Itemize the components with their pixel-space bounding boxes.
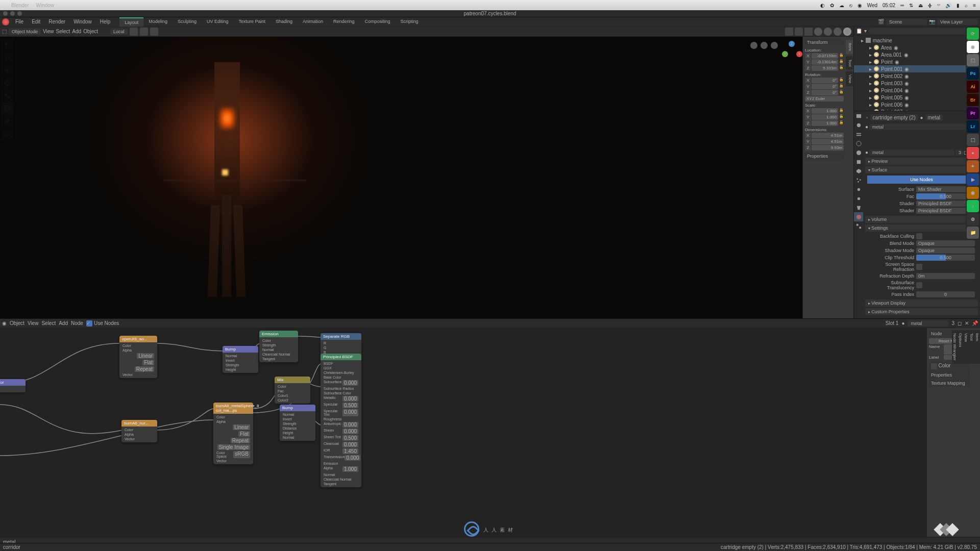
scale-z[interactable]: 1.000 xyxy=(812,120,838,126)
node-vector[interactable]: Vector ... xyxy=(0,379,26,392)
maximize-button[interactable] xyxy=(17,11,22,16)
app-icon[interactable]: ⬚ xyxy=(967,134,979,146)
node-principled-bsdf[interactable]: Principled BSDF BSDF GGX Christensen-Bur… xyxy=(321,354,361,487)
tab-constraint[interactable] xyxy=(854,194,863,203)
render-menu[interactable]: Render xyxy=(44,19,69,24)
use-nodes-toggle[interactable]: ✓Use Nodes xyxy=(86,320,119,327)
app-icon[interactable]: ▶ xyxy=(967,173,979,186)
app-name[interactable]: Blender xyxy=(11,3,29,8)
scale-y[interactable]: 1.000 xyxy=(812,114,838,120)
outliner-row[interactable]: ▸Point.003◉👁📷 xyxy=(854,80,980,87)
bridge-icon[interactable]: Br xyxy=(967,94,979,106)
node-bump-2[interactable]: Bump Normal Invert Strength Distance Hei… xyxy=(280,405,315,441)
properties-header[interactable]: Properties xyxy=(805,153,844,160)
tab-material[interactable] xyxy=(854,212,863,221)
tab-output[interactable] xyxy=(854,120,863,130)
viewlayer-icon[interactable]: 📷 xyxy=(929,19,935,25)
app-icon[interactable]: ⟳ xyxy=(967,28,979,40)
status-icon[interactable]: ᚖ xyxy=(928,3,932,8)
n-tab-item[interactable]: Item xyxy=(846,40,853,54)
tab-shading[interactable]: Shading xyxy=(271,17,298,27)
node-image-texture-3[interactable]: burnA6_metalSphere_8 col_ma...ps Color A… xyxy=(213,403,253,464)
tab-physics[interactable] xyxy=(854,185,863,194)
status-icon[interactable]: ◐ xyxy=(820,3,825,8)
viewport-3d[interactable] xyxy=(0,37,853,318)
axis-z[interactable]: Z xyxy=(789,41,795,47)
tab-compositing[interactable]: Compositing xyxy=(360,17,396,27)
material-name-field[interactable]: metal xyxy=(869,124,978,130)
tab-texpaint[interactable]: Texture Paint xyxy=(233,17,271,27)
shade-rendered-icon[interactable] xyxy=(843,28,851,36)
ssr-check[interactable] xyxy=(916,264,922,270)
app-icon[interactable]: ◉ xyxy=(967,187,979,199)
outliner-search[interactable] xyxy=(869,28,972,34)
app-icon[interactable]: ● xyxy=(967,147,979,159)
section-volume[interactable]: Volume xyxy=(865,216,978,223)
scene-icon[interactable]: 🎬 xyxy=(878,19,884,25)
section-custom-props[interactable]: Custom Properties xyxy=(865,308,978,315)
status-icon[interactable]: ◉ xyxy=(857,3,862,8)
outliner-row[interactable]: ▸Point.005◉👁📷 xyxy=(854,94,980,101)
shadowmode-dropdown[interactable]: Opaque xyxy=(916,247,975,254)
shade-solid-icon[interactable] xyxy=(824,28,832,36)
tab-layout[interactable]: Layout xyxy=(119,17,143,27)
outliner-row[interactable]: ▸Point◉👁📷 xyxy=(854,58,980,65)
select-menu[interactable]: Select xyxy=(56,29,70,34)
menubar-day[interactable]: Wed xyxy=(867,3,877,8)
overlay-icon[interactable] xyxy=(795,28,803,36)
lock-icon[interactable]: 🔓 xyxy=(839,120,844,126)
outliner-mode-icon[interactable]: ▾ xyxy=(864,28,867,34)
outliner-row[interactable]: ▸Area◉👁📷 xyxy=(854,44,980,51)
rot-z[interactable]: 0° xyxy=(812,90,838,95)
tab-scene[interactable] xyxy=(854,139,863,148)
add-menu[interactable]: Add xyxy=(59,320,68,326)
shade-wire-icon[interactable] xyxy=(814,28,822,36)
axis-y[interactable]: Y xyxy=(782,51,788,57)
editor-type-icon[interactable]: ⬚ xyxy=(2,29,7,34)
minimize-button[interactable] xyxy=(10,11,15,16)
wifi-icon[interactable]: ⌔ xyxy=(937,3,940,8)
lock-icon[interactable]: 🔓 xyxy=(839,114,844,120)
n-tab-item[interactable]: Item xyxy=(974,330,980,364)
refraction-depth[interactable]: 0m xyxy=(916,273,975,279)
menubar-time[interactable]: 05:02 xyxy=(883,3,895,8)
n-tab-wrangler[interactable]: Node Wrangler xyxy=(952,330,958,364)
pivot-icon[interactable] xyxy=(130,28,138,36)
pass-index[interactable]: 0 xyxy=(916,291,975,297)
tab-uv[interactable]: UV Editing xyxy=(202,17,234,27)
n-tab-options[interactable]: Options xyxy=(958,330,963,364)
app-icon[interactable]: ⚙ xyxy=(967,213,979,226)
n-tab-view[interactable]: View xyxy=(963,330,969,364)
status-icon[interactable]: ⇅ xyxy=(909,3,913,8)
rot-y[interactable]: 0° xyxy=(812,84,838,89)
tab-render[interactable] xyxy=(854,111,863,120)
camera-icon[interactable] xyxy=(771,42,778,49)
status-icon[interactable]: ☁ xyxy=(839,3,844,8)
node-image-texture[interactable]: openJIS_ao... Color Alpha Linear Flat Re… xyxy=(119,336,157,378)
tab-sculpting[interactable]: Sculpting xyxy=(173,17,202,27)
tex-mapping-header[interactable]: Texture Mapping xyxy=(929,380,970,387)
slot-dropdown[interactable]: Slot 1 xyxy=(886,320,899,326)
blender-logo-icon[interactable] xyxy=(2,18,9,26)
xray-icon[interactable] xyxy=(804,28,813,36)
n-tab-tool[interactable]: Tool xyxy=(846,56,853,70)
blendmode-dropdown[interactable]: Opaque xyxy=(916,240,975,246)
viewlayer-field[interactable]: View Layer xyxy=(937,19,978,25)
section-settings[interactable]: Settings xyxy=(865,224,978,232)
transform-header[interactable]: Transform xyxy=(805,39,844,46)
backface-check[interactable] xyxy=(916,233,922,239)
scale-x[interactable]: 1.000 xyxy=(812,108,838,114)
tab-texture[interactable] xyxy=(854,221,863,231)
tab-modeling[interactable]: Modeling xyxy=(143,17,173,27)
editor-type-icon[interactable]: ◉ xyxy=(2,320,7,326)
status-icon[interactable]: ⏏ xyxy=(918,3,923,8)
app-icon[interactable]: 📁 xyxy=(967,227,979,239)
dim-x[interactable]: 4.51m xyxy=(812,133,844,138)
spotify-icon[interactable]: ♪ xyxy=(967,200,979,212)
node-props-header[interactable]: Properties xyxy=(929,371,970,379)
battery-icon[interactable]: ▮ xyxy=(957,3,960,8)
file-menu[interactable]: File xyxy=(11,19,28,24)
dim-z[interactable]: 9.93m xyxy=(812,145,844,151)
material-users[interactable]: 3 xyxy=(955,149,963,156)
outliner-row[interactable]: ▸Area.001◉👁📷 xyxy=(854,51,980,58)
